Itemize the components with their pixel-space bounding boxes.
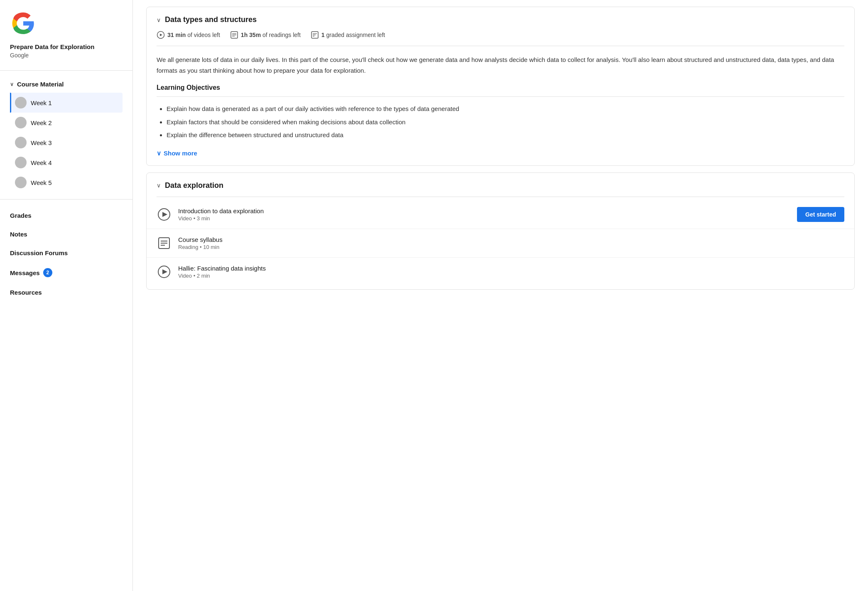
lesson-title-1: Introduction to data exploration	[178, 207, 790, 214]
sidebar-item-messages[interactable]: Messages 2	[0, 262, 132, 283]
lesson-title-3: Hallie: Fascinating data insights	[178, 265, 844, 272]
sidebar-nav: Grades Notes Discussion Forums Messages …	[0, 203, 132, 305]
section-meta: 31 min of videos left 1h 35m of readings…	[147, 31, 854, 46]
sidebar-divider	[0, 70, 132, 71]
week1-circle	[15, 97, 27, 108]
chevron-down-icon: ∨	[157, 150, 161, 157]
week3-label: Week 3	[31, 139, 52, 146]
play-circle-icon-lesson3	[157, 265, 171, 278]
svg-marker-17	[162, 269, 167, 274]
objective-2: Explain factors that should be considere…	[167, 117, 844, 128]
readings-bold: 1h 35m	[241, 32, 261, 38]
week5-circle	[15, 177, 27, 188]
play-circle-icon	[157, 31, 165, 39]
lesson-icon-wrap-1	[157, 207, 172, 222]
week-list: Week 1 Week 2 Week 3 Week 4 Week 5	[10, 93, 123, 192]
sidebar-item-week4[interactable]: Week 4	[10, 153, 123, 172]
week4-circle	[15, 157, 27, 168]
google-logo	[10, 10, 37, 37]
data-exploration-section-card: ∨ Data exploration Introduction to data …	[146, 172, 855, 290]
week2-label: Week 2	[31, 119, 52, 126]
data-exploration-section-header[interactable]: ∨ Data exploration	[147, 173, 854, 193]
sidebar-nav-divider	[0, 199, 132, 199]
chevron-down-icon: ∨	[157, 17, 161, 23]
sidebar-item-discussion-forums[interactable]: Discussion Forums	[0, 244, 132, 262]
videos-bold: 31 min	[167, 32, 186, 38]
show-more-button[interactable]: ∨ Show more	[147, 145, 207, 165]
discussion-forums-label: Discussion Forums	[10, 249, 68, 256]
objectives-list: Explain how data is generated as a part …	[147, 103, 854, 145]
data-types-section-title: Data types and structures	[165, 15, 257, 24]
week3-circle	[15, 137, 27, 148]
lesson-icon-wrap-2	[157, 236, 172, 251]
sidebar-item-resources[interactable]: Resources	[0, 283, 132, 302]
learning-objectives-title: Learning Objectives	[157, 84, 844, 91]
assignments-bold: 1	[321, 32, 325, 38]
week5-label: Week 5	[31, 179, 52, 186]
course-material-section: ∨ Course Material Week 1 Week 2 Week 3 W…	[0, 74, 132, 196]
course-material-label: Course Material	[17, 81, 64, 88]
objective-3: Explain the difference between structure…	[167, 130, 844, 140]
course-title: Prepare Data for Exploration	[10, 43, 123, 50]
readings-meta: 1h 35m of readings left	[230, 31, 301, 39]
logo-area: Prepare Data for Exploration Google	[0, 10, 132, 67]
lesson-item-1: Introduction to data exploration Video •…	[147, 200, 854, 229]
lesson-info-1: Introduction to data exploration Video •…	[178, 207, 790, 222]
reading-icon	[230, 31, 238, 39]
messages-badge: 2	[43, 268, 52, 277]
readings-rest: of readings left	[262, 32, 301, 38]
assignments-meta: 1 graded assignment left	[311, 31, 385, 39]
main-content: ∨ Data types and structures 31 min of vi…	[133, 0, 868, 591]
objectives-divider	[157, 96, 844, 97]
course-material-header[interactable]: ∨ Course Material	[10, 81, 123, 88]
videos-rest: of videos left	[187, 32, 220, 38]
data-types-section-card: ∨ Data types and structures 31 min of vi…	[146, 7, 855, 166]
sidebar-item-week3[interactable]: Week 3	[10, 133, 123, 153]
notes-label: Notes	[10, 231, 27, 238]
objective-1: Explain how data is generated as a part …	[167, 103, 844, 114]
sidebar-item-week2[interactable]: Week 2	[10, 113, 123, 133]
assignment-icon	[311, 31, 319, 39]
show-more-label: Show more	[164, 150, 197, 157]
messages-label: Messages	[10, 269, 40, 276]
week1-label: Week 1	[31, 99, 52, 106]
lesson-icon-wrap-3	[157, 264, 172, 279]
lesson-item-2: Course syllabus Reading • 10 min	[147, 229, 854, 257]
lesson-list: Introduction to data exploration Video •…	[147, 197, 854, 289]
sidebar: Prepare Data for Exploration Google ∨ Co…	[0, 0, 133, 591]
lesson-meta-2: Reading • 10 min	[178, 244, 844, 250]
svg-marker-1	[160, 34, 162, 36]
lesson-meta-3: Video • 2 min	[178, 273, 844, 279]
svg-marker-11	[162, 212, 167, 217]
lesson-info-3: Hallie: Fascinating data insights Video …	[178, 265, 844, 279]
assignments-rest: graded assignment left	[326, 32, 385, 38]
week4-label: Week 4	[31, 159, 52, 166]
course-provider: Google	[10, 52, 123, 59]
week2-circle	[15, 117, 27, 128]
sidebar-item-week1[interactable]: Week 1	[10, 93, 123, 113]
chevron-down-icon-2: ∨	[157, 182, 161, 189]
grades-label: Grades	[10, 212, 32, 219]
lesson-title-2: Course syllabus	[178, 236, 844, 243]
get-started-button[interactable]: Get started	[797, 207, 844, 222]
lesson-meta-1: Video • 3 min	[178, 215, 790, 222]
videos-meta: 31 min of videos left	[157, 31, 220, 39]
lesson-info-2: Course syllabus Reading • 10 min	[178, 236, 844, 250]
reading-icon-lesson2	[157, 236, 171, 250]
sidebar-item-notes[interactable]: Notes	[0, 225, 132, 244]
chevron-down-icon: ∨	[10, 81, 14, 87]
sidebar-item-grades[interactable]: Grades	[0, 206, 132, 225]
lesson-item-3: Hallie: Fascinating data insights Video …	[147, 257, 854, 286]
play-circle-icon-lesson1	[157, 208, 171, 221]
section-description: We all generate lots of data in our dail…	[147, 46, 854, 84]
data-exploration-section-title: Data exploration	[165, 181, 223, 190]
data-types-section-header[interactable]: ∨ Data types and structures	[147, 7, 854, 31]
resources-label: Resources	[10, 289, 42, 296]
sidebar-item-week5[interactable]: Week 5	[10, 172, 123, 192]
